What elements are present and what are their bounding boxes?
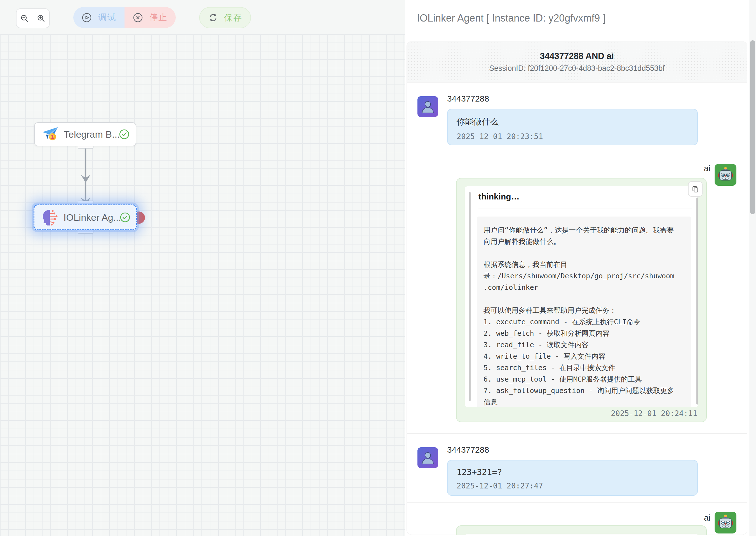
zoom-button-group bbox=[16, 8, 50, 28]
ai-sender-name: ai bbox=[672, 513, 710, 522]
message-sender-name: 344377288 bbox=[447, 445, 489, 454]
stop-button[interactable]: 停止 bbox=[124, 7, 176, 28]
panel-title: IOLinker Agent [ Instance ID: y20gfvxmf9… bbox=[417, 12, 605, 24]
message-text: 123+321=? bbox=[457, 467, 688, 477]
robot-avatar bbox=[715, 164, 737, 186]
x-circle-icon bbox=[133, 13, 143, 23]
chat-session-card: 344377288 AND ai SessionID: f20f1200-27c… bbox=[406, 41, 747, 535]
message-divider bbox=[407, 155, 747, 155]
debug-stop-group: 调试 停止 bbox=[73, 7, 176, 28]
agent-detail-panel: IOLinker Agent [ Instance ID: y20gfvxmf9… bbox=[405, 0, 756, 536]
check-circle-icon bbox=[119, 129, 129, 140]
stop-button-label: 停止 bbox=[150, 12, 168, 23]
user-message-bubble: 123+321=? 2025-12-01 20:27:47 bbox=[447, 460, 698, 496]
user-avatar bbox=[418, 447, 438, 468]
ai-message-bubble: thinking… 用户问“你能做什么”，这是一个关于我的能力的问题。我需要 向… bbox=[456, 178, 707, 422]
user-message-bubble: 你能做什么 2025-12-01 20:23:51 bbox=[447, 109, 698, 145]
check-circle-icon bbox=[120, 212, 130, 223]
thinking-left-bar bbox=[469, 192, 471, 401]
thinking-body-text: 用户问“你能做什么”，这是一个关于我的能力的问题。我需要 向用户解释我能做什么。… bbox=[484, 224, 684, 407]
thinking-divider bbox=[478, 208, 692, 208]
message-sender-name: 344377288 bbox=[447, 94, 489, 104]
workflow-canvas[interactable]: 调试 停止 保存 bbox=[0, 0, 405, 536]
session-title: 344377288 AND ai bbox=[540, 51, 614, 61]
person-silhouette-icon bbox=[419, 449, 436, 466]
thinking-title: thinking… bbox=[478, 192, 520, 201]
svg-text:1: 1 bbox=[51, 134, 54, 140]
node-label: Telegram B... bbox=[64, 129, 119, 140]
zoom-out-icon bbox=[20, 14, 29, 23]
message-timestamp: 2025-12-01 20:23:51 bbox=[457, 132, 688, 141]
sync-arrows-icon bbox=[208, 13, 218, 23]
message-text: 你能做什么 bbox=[457, 116, 688, 128]
play-circle-icon bbox=[82, 13, 92, 23]
save-button-label: 保存 bbox=[224, 12, 242, 23]
ai-sender-name: ai bbox=[672, 164, 710, 173]
robot-icon bbox=[716, 514, 735, 531]
panel-scrollbar-thumb[interactable] bbox=[750, 40, 755, 214]
message-timestamp: 2025-12-01 20:27:47 bbox=[457, 482, 688, 490]
thinking-content-box[interactable]: 用户问“你能做什么”，这是一个关于我的能力的问题。我需要 向用户解释我能做什么。… bbox=[477, 217, 691, 407]
message-divider bbox=[407, 433, 747, 434]
user-avatar bbox=[418, 96, 438, 117]
session-id: SessionID: f20f1200-27c0-4d83-bac2-8bc31… bbox=[489, 64, 665, 73]
zoom-in-icon bbox=[37, 14, 46, 23]
session-header: 344377288 AND ai SessionID: f20f1200-27c… bbox=[407, 41, 747, 83]
node-label: IOLinker Ag... bbox=[63, 212, 120, 223]
debug-button-label: 调试 bbox=[98, 12, 117, 23]
zoom-in-button[interactable] bbox=[33, 9, 50, 28]
ai-head-circuit-icon bbox=[41, 208, 58, 226]
ai-message-bubble bbox=[456, 525, 707, 535]
node-iolinker-agent[interactable]: IOLinker Ag... bbox=[34, 205, 137, 230]
robot-avatar bbox=[715, 512, 737, 533]
copy-icon bbox=[691, 185, 699, 193]
robot-icon bbox=[716, 166, 735, 184]
debug-button[interactable]: 调试 bbox=[73, 7, 124, 28]
telegram-paper-plane-icon: 1 bbox=[41, 126, 59, 143]
message-divider bbox=[407, 502, 747, 503]
thinking-block[interactable]: thinking… 用户问“你能做什么”，这是一个关于我的能力的问题。我需要 向… bbox=[465, 186, 698, 407]
thinking-block[interactable] bbox=[465, 534, 698, 535]
person-silhouette-icon bbox=[419, 98, 436, 115]
message-timestamp: 2025-12-01 20:24:11 bbox=[611, 409, 697, 418]
node-telegram-bot[interactable]: 1 Telegram B... bbox=[34, 122, 136, 146]
copy-button[interactable] bbox=[688, 181, 703, 197]
zoom-out-button[interactable] bbox=[17, 9, 33, 28]
save-button[interactable]: 保存 bbox=[199, 7, 251, 28]
thinking-scrollbar-thumb[interactable] bbox=[696, 197, 698, 405]
edge-connector-arrow bbox=[78, 147, 95, 207]
canvas-grid bbox=[0, 34, 405, 536]
